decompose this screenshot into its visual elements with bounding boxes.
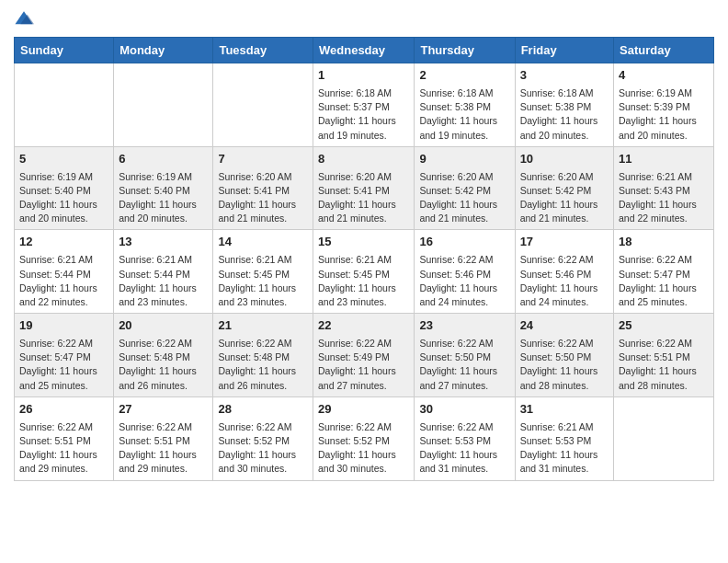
calendar-cell: 3Sunrise: 6:18 AMSunset: 5:38 PMDaylight…	[515, 63, 613, 147]
day-number: 24	[520, 317, 609, 335]
calendar-cell: 27Sunrise: 6:22 AMSunset: 5:51 PMDayligh…	[114, 396, 213, 480]
calendar-cell: 30Sunrise: 6:22 AMSunset: 5:53 PMDayligh…	[415, 396, 515, 480]
day-number: 8	[318, 151, 409, 168]
day-number: 15	[318, 234, 409, 251]
cell-content: 15Sunrise: 6:21 AMSunset: 5:45 PMDayligh…	[318, 234, 409, 309]
calendar-cell: 14Sunrise: 6:21 AMSunset: 5:45 PMDayligh…	[213, 230, 313, 314]
cell-content: 14Sunrise: 6:21 AMSunset: 5:45 PMDayligh…	[218, 234, 308, 309]
day-number: 27	[119, 401, 208, 419]
calendar-cell: 10Sunrise: 6:20 AMSunset: 5:42 PMDayligh…	[515, 146, 613, 230]
calendar-cell: 16Sunrise: 6:22 AMSunset: 5:46 PMDayligh…	[415, 230, 515, 314]
day-number: 31	[520, 401, 609, 419]
calendar-cell: 12Sunrise: 6:21 AMSunset: 5:44 PMDayligh…	[15, 230, 114, 314]
cell-content: 7Sunrise: 6:20 AMSunset: 5:41 PMDaylight…	[218, 151, 308, 226]
calendar-cell: 1Sunrise: 6:18 AMSunset: 5:37 PMDaylight…	[313, 63, 415, 147]
weekday-header-sunday: Sunday	[15, 38, 114, 63]
calendar-cell: 21Sunrise: 6:22 AMSunset: 5:48 PMDayligh…	[213, 314, 313, 397]
cell-content: 28Sunrise: 6:22 AMSunset: 5:52 PMDayligh…	[218, 401, 308, 477]
cell-content: 1Sunrise: 6:18 AMSunset: 5:37 PMDaylight…	[318, 67, 409, 143]
cell-content: 22Sunrise: 6:22 AMSunset: 5:49 PMDayligh…	[318, 317, 409, 393]
cell-content: 30Sunrise: 6:22 AMSunset: 5:53 PMDayligh…	[419, 401, 509, 477]
calendar-cell: 7Sunrise: 6:20 AMSunset: 5:41 PMDaylight…	[213, 146, 313, 230]
day-number: 19	[19, 317, 108, 335]
calendar-cell: 29Sunrise: 6:22 AMSunset: 5:52 PMDayligh…	[313, 396, 415, 480]
calendar-cell: 8Sunrise: 6:20 AMSunset: 5:41 PMDaylight…	[313, 146, 415, 230]
cell-content: 10Sunrise: 6:20 AMSunset: 5:42 PMDayligh…	[520, 151, 609, 226]
day-number: 17	[520, 234, 609, 251]
cell-content: 12Sunrise: 6:21 AMSunset: 5:44 PMDayligh…	[19, 234, 108, 309]
calendar-cell	[213, 63, 313, 147]
day-number: 25	[619, 317, 709, 335]
cell-content: 17Sunrise: 6:22 AMSunset: 5:46 PMDayligh…	[520, 234, 609, 309]
calendar-cell: 15Sunrise: 6:21 AMSunset: 5:45 PMDayligh…	[313, 230, 415, 314]
calendar-cell: 19Sunrise: 6:22 AMSunset: 5:47 PMDayligh…	[15, 314, 114, 397]
weekday-header-tuesday: Tuesday	[213, 38, 313, 63]
cell-content: 4Sunrise: 6:19 AMSunset: 5:39 PMDaylight…	[619, 67, 709, 143]
cell-content: 16Sunrise: 6:22 AMSunset: 5:46 PMDayligh…	[419, 234, 509, 309]
calendar-cell: 25Sunrise: 6:22 AMSunset: 5:51 PMDayligh…	[614, 314, 714, 397]
weekday-header-friday: Friday	[515, 38, 613, 63]
weekday-header-row: SundayMondayTuesdayWednesdayThursdayFrid…	[15, 38, 714, 63]
day-number: 20	[119, 317, 208, 335]
cell-content: 20Sunrise: 6:22 AMSunset: 5:48 PMDayligh…	[119, 317, 208, 393]
calendar-cell: 4Sunrise: 6:19 AMSunset: 5:39 PMDaylight…	[614, 63, 714, 147]
day-number: 23	[419, 317, 509, 335]
cell-content: 24Sunrise: 6:22 AMSunset: 5:50 PMDayligh…	[520, 317, 609, 393]
calendar-cell: 18Sunrise: 6:22 AMSunset: 5:47 PMDayligh…	[614, 230, 714, 314]
calendar-cell: 23Sunrise: 6:22 AMSunset: 5:50 PMDayligh…	[415, 314, 515, 397]
calendar-cell: 6Sunrise: 6:19 AMSunset: 5:40 PMDaylight…	[114, 146, 213, 230]
cell-content: 27Sunrise: 6:22 AMSunset: 5:51 PMDayligh…	[119, 401, 208, 477]
calendar-cell	[114, 63, 213, 147]
calendar-cell	[15, 63, 114, 147]
day-number: 21	[218, 317, 308, 335]
day-number: 6	[119, 151, 208, 168]
day-number: 10	[520, 151, 609, 168]
day-number: 29	[318, 401, 409, 419]
calendar-cell: 11Sunrise: 6:21 AMSunset: 5:43 PMDayligh…	[614, 146, 714, 230]
calendar-week-row: 12Sunrise: 6:21 AMSunset: 5:44 PMDayligh…	[15, 230, 714, 314]
day-number: 22	[318, 317, 409, 335]
cell-content: 13Sunrise: 6:21 AMSunset: 5:44 PMDayligh…	[119, 234, 208, 309]
calendar-table: SundayMondayTuesdayWednesdayThursdayFrid…	[14, 37, 714, 481]
day-number: 1	[318, 67, 409, 85]
day-number: 16	[419, 234, 509, 251]
weekday-header-monday: Monday	[114, 38, 213, 63]
calendar-cell: 17Sunrise: 6:22 AMSunset: 5:46 PMDayligh…	[515, 230, 613, 314]
calendar-week-row: 19Sunrise: 6:22 AMSunset: 5:47 PMDayligh…	[15, 314, 714, 397]
calendar-cell: 20Sunrise: 6:22 AMSunset: 5:48 PMDayligh…	[114, 314, 213, 397]
day-number: 2	[419, 67, 509, 85]
day-number: 4	[619, 67, 709, 85]
day-number: 7	[218, 151, 308, 168]
calendar-cell: 9Sunrise: 6:20 AMSunset: 5:42 PMDaylight…	[415, 146, 515, 230]
weekday-header-wednesday: Wednesday	[313, 38, 415, 63]
page: SundayMondayTuesdayWednesdayThursdayFrid…	[0, 0, 728, 563]
cell-content: 19Sunrise: 6:22 AMSunset: 5:47 PMDayligh…	[19, 317, 108, 393]
cell-content: 8Sunrise: 6:20 AMSunset: 5:41 PMDaylight…	[318, 151, 409, 226]
calendar-week-row: 26Sunrise: 6:22 AMSunset: 5:51 PMDayligh…	[15, 396, 714, 480]
cell-content: 18Sunrise: 6:22 AMSunset: 5:47 PMDayligh…	[619, 234, 709, 309]
calendar-cell: 13Sunrise: 6:21 AMSunset: 5:44 PMDayligh…	[114, 230, 213, 314]
day-number: 28	[218, 401, 308, 419]
logo-icon	[14, 9, 34, 29]
day-number: 30	[419, 401, 509, 419]
day-number: 14	[218, 234, 308, 251]
calendar-week-row: 1Sunrise: 6:18 AMSunset: 5:37 PMDaylight…	[15, 63, 714, 147]
cell-content: 26Sunrise: 6:22 AMSunset: 5:51 PMDayligh…	[19, 401, 108, 477]
cell-content: 29Sunrise: 6:22 AMSunset: 5:52 PMDayligh…	[318, 401, 409, 477]
cell-content: 6Sunrise: 6:19 AMSunset: 5:40 PMDaylight…	[119, 151, 208, 226]
day-number: 3	[520, 67, 609, 85]
calendar-week-row: 5Sunrise: 6:19 AMSunset: 5:40 PMDaylight…	[15, 146, 714, 230]
cell-content: 21Sunrise: 6:22 AMSunset: 5:48 PMDayligh…	[218, 317, 308, 393]
cell-content: 23Sunrise: 6:22 AMSunset: 5:50 PMDayligh…	[419, 317, 509, 393]
logo	[14, 9, 36, 29]
day-number: 13	[119, 234, 208, 251]
header	[14, 9, 714, 29]
cell-content: 25Sunrise: 6:22 AMSunset: 5:51 PMDayligh…	[619, 317, 709, 393]
calendar-cell: 2Sunrise: 6:18 AMSunset: 5:38 PMDaylight…	[415, 63, 515, 147]
day-number: 9	[419, 151, 509, 168]
calendar-cell: 28Sunrise: 6:22 AMSunset: 5:52 PMDayligh…	[213, 396, 313, 480]
day-number: 18	[619, 234, 709, 251]
cell-content: 5Sunrise: 6:19 AMSunset: 5:40 PMDaylight…	[19, 151, 108, 226]
calendar-cell: 5Sunrise: 6:19 AMSunset: 5:40 PMDaylight…	[15, 146, 114, 230]
day-number: 12	[19, 234, 108, 251]
